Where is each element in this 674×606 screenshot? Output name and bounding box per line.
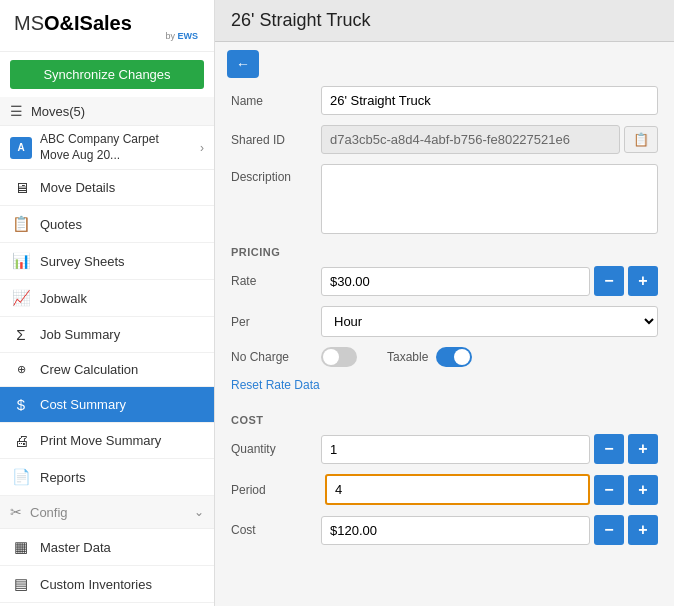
no-charge-label: No Charge [231, 350, 321, 364]
main-content: 26' Straight Truck ← Name Shared ID 📋 De… [215, 0, 674, 606]
name-label: Name [231, 94, 321, 108]
sidebar-item-survey-sheets[interactable]: 📊 Survey Sheets [0, 243, 214, 280]
sidebar-item-label: Crew Calculation [40, 362, 138, 377]
form-area: Name Shared ID 📋 Description PRICING Rat… [215, 86, 674, 606]
survey-sheets-icon: 📊 [12, 252, 30, 270]
company-name: ABC Company CarpetMove Aug 20... [40, 132, 200, 163]
cost-input[interactable] [321, 516, 590, 545]
job-summary-icon: Σ [12, 326, 30, 343]
period-label: Period [231, 483, 321, 497]
sidebar-item-label: Print Move Summary [40, 433, 161, 448]
quantity-input-group: − + [321, 434, 658, 464]
sidebar-item-custom-inventories[interactable]: ▤ Custom Inventories [0, 566, 214, 603]
taxable-toggle-item: Taxable [387, 347, 472, 367]
moves-label: Moves(5) [31, 104, 85, 119]
rate-input-group: − + [321, 266, 658, 296]
period-plus-button[interactable]: + [628, 475, 658, 505]
no-charge-toggle-item [321, 347, 357, 367]
taxable-toggle[interactable] [436, 347, 472, 367]
sidebar-item-label: Quotes [40, 217, 82, 232]
logo-area: MSO&ISales by EWS [0, 0, 214, 52]
cost-input-group: − + [321, 515, 658, 545]
config-header[interactable]: ✂ Config ⌄ [0, 496, 214, 529]
period-input[interactable] [325, 474, 590, 505]
jobwalk-icon: 📈 [12, 289, 30, 307]
description-input[interactable] [321, 164, 658, 234]
page-title: 26' Straight Truck [231, 10, 658, 31]
sidebar-item-label: Job Summary [40, 327, 120, 342]
master-data-icon: ▦ [12, 538, 30, 556]
name-row: Name [231, 86, 658, 115]
config-chevron-icon: ⌄ [194, 505, 204, 519]
period-minus-button[interactable]: − [594, 475, 624, 505]
sidebar: MSO&ISales by EWS Synchronize Changes ☰ … [0, 0, 215, 606]
pricing-section-title: PRICING [231, 246, 658, 258]
config-icon: ✂ [10, 504, 22, 520]
crew-calculation-icon: ⊕ [12, 363, 30, 376]
copy-button[interactable]: 📋 [624, 126, 658, 153]
quantity-label: Quantity [231, 442, 321, 456]
sidebar-item-label: Reports [40, 470, 86, 485]
rate-label: Rate [231, 274, 321, 288]
rate-row: Rate − + [231, 266, 658, 296]
company-chevron-icon: › [200, 141, 204, 155]
moves-header: ☰ Moves(5) [0, 97, 214, 126]
config-label: Config [30, 505, 68, 520]
sidebar-item-label: Move Details [40, 180, 115, 195]
back-button[interactable]: ← [227, 50, 259, 78]
quantity-minus-button[interactable]: − [594, 434, 624, 464]
cost-label: Cost [231, 523, 321, 537]
quantity-plus-button[interactable]: + [628, 434, 658, 464]
main-header: 26' Straight Truck [215, 0, 674, 42]
description-row: Description [231, 164, 658, 234]
sidebar-item-move-details[interactable]: 🖥 Move Details [0, 170, 214, 206]
cost-section-title: COST [231, 414, 658, 426]
rate-plus-button[interactable]: + [628, 266, 658, 296]
move-details-icon: 🖥 [12, 179, 30, 196]
description-label: Description [231, 170, 321, 184]
logo-ms: MS [14, 12, 44, 34]
sidebar-item-label: Jobwalk [40, 291, 87, 306]
per-row: Per Hour Day Week Month Flat [231, 306, 658, 337]
back-btn-row: ← [215, 42, 674, 86]
no-charge-toggle[interactable] [321, 347, 357, 367]
cost-plus-button[interactable]: + [628, 515, 658, 545]
quantity-row: Quantity − + [231, 434, 658, 464]
cost-row: Cost − + [231, 515, 658, 545]
sidebar-item-label: Survey Sheets [40, 254, 125, 269]
per-select[interactable]: Hour Day Week Month Flat [321, 306, 658, 337]
period-input-group: − + [325, 474, 658, 505]
sidebar-item-label: Custom Inventories [40, 577, 152, 592]
rate-input[interactable] [321, 267, 590, 296]
per-label: Per [231, 315, 321, 329]
reset-rate-link[interactable]: Reset Rate Data [231, 378, 320, 392]
print-icon: 🖨 [12, 432, 30, 449]
company-row[interactable]: A ABC Company CarpetMove Aug 20... › [0, 126, 214, 170]
sidebar-item-quotes[interactable]: 📋 Quotes [0, 206, 214, 243]
sidebar-item-reports[interactable]: 📄 Reports [0, 459, 214, 496]
quotes-icon: 📋 [12, 215, 30, 233]
sidebar-item-crew-calculation[interactable]: ⊕ Crew Calculation [0, 353, 214, 387]
custom-inventories-icon: ▤ [12, 575, 30, 593]
reports-icon: 📄 [12, 468, 30, 486]
rate-minus-button[interactable]: − [594, 266, 624, 296]
cost-summary-icon: $ [12, 396, 30, 413]
quantity-input[interactable] [321, 435, 590, 464]
sidebar-item-print-move-summary[interactable]: 🖨 Print Move Summary [0, 423, 214, 459]
sidebar-item-job-summary[interactable]: Σ Job Summary [0, 317, 214, 353]
company-icon: A [10, 137, 32, 159]
shared-id-label: Shared ID [231, 133, 321, 147]
sidebar-item-master-data[interactable]: ▦ Master Data [0, 529, 214, 566]
sidebar-item-jobwalk[interactable]: 📈 Jobwalk [0, 280, 214, 317]
toggle-group: Taxable [321, 347, 472, 367]
cost-minus-button[interactable]: − [594, 515, 624, 545]
toggles-row: No Charge Taxable [231, 347, 658, 367]
taxable-label: Taxable [387, 350, 428, 364]
shared-id-input [321, 125, 620, 154]
shared-id-row: Shared ID 📋 [231, 125, 658, 154]
name-input[interactable] [321, 86, 658, 115]
sidebar-item-cost-summary[interactable]: $ Cost Summary [0, 387, 214, 423]
moves-icon: ☰ [10, 103, 23, 119]
logo-bold: O&ISales [44, 12, 132, 34]
sync-button[interactable]: Synchronize Changes [10, 60, 204, 89]
